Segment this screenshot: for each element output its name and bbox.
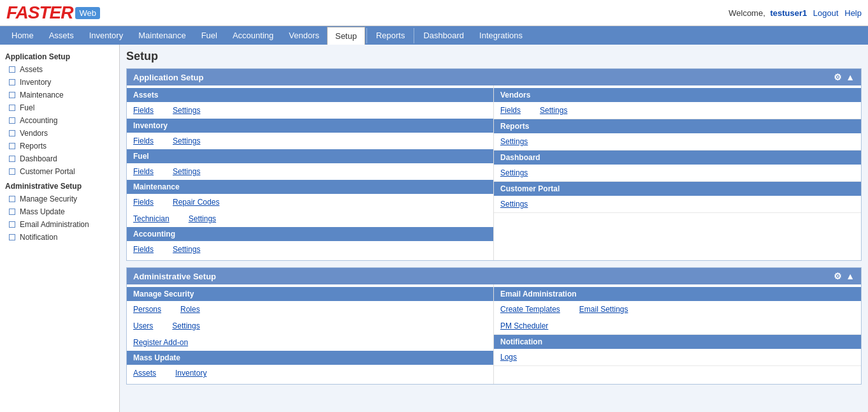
administrative-setup-content: Manage Security Persons Roles Users Sett… [127, 284, 861, 384]
vendors-settings-link[interactable]: Settings [540, 105, 567, 116]
mass-update-subsection: Mass Update Assets Inventory [127, 351, 493, 381]
accounting-fields-link[interactable]: Fields [133, 244, 154, 255]
reports-settings-link[interactable]: Settings [500, 136, 528, 147]
fuel-subsection: Fuel Fields Settings [127, 149, 493, 180]
sidebar-dashboard-label: Dashboard [20, 154, 57, 163]
fuel-settings-link[interactable]: Settings [173, 166, 200, 177]
notification-subsection-title: Notification [494, 335, 861, 349]
vendors-fields-link[interactable]: Fields [500, 105, 521, 116]
collapse-icon[interactable]: ▲ [846, 72, 855, 82]
inventory-links: Fields Settings [127, 133, 493, 149]
customer-portal-links: Settings [494, 196, 861, 212]
vendors-links: Fields Settings [494, 102, 861, 119]
sidebar-customer-portal-icon [9, 168, 17, 175]
mass-update-assets-link[interactable]: Assets [133, 367, 156, 379]
maintenance-repair-codes-link[interactable]: Repair Codes [173, 196, 219, 208]
maintenance-settings-link[interactable]: Settings [189, 213, 216, 224]
admin-setup-grid: Manage Security Persons Roles Users Sett… [127, 284, 861, 384]
administrative-setup-title: Administrative Setup [133, 272, 216, 281]
fuel-fields-link[interactable]: Fields [133, 166, 154, 177]
email-admin-create-templates-link[interactable]: Create Templates [500, 304, 560, 315]
assets-fields-link[interactable]: Fields [133, 105, 154, 116]
sidebar-manage-security-icon [9, 195, 17, 203]
sidebar-app-setup-title: Application Setup [0, 48, 119, 63]
main-nav: Home Assets Inventory Maintenance Fuel A… [0, 26, 868, 45]
sidebar-notification-label: Notification [20, 233, 57, 242]
sidebar-inventory-icon [9, 78, 17, 86]
help-link[interactable]: Help [844, 8, 862, 18]
admin-gear-icon[interactable]: ⚙ [834, 271, 842, 281]
assets-links: Fields Settings [127, 102, 493, 119]
sidebar-fuel-icon [9, 104, 17, 112]
application-setup-header: Application Setup ⚙ ▲ [127, 69, 861, 85]
nav-inventory[interactable]: Inventory [82, 26, 131, 45]
nav-assets[interactable]: Assets [41, 26, 82, 45]
username-label: testuser1 [770, 8, 807, 18]
dashboard-settings-link[interactable]: Settings [500, 167, 528, 179]
manage-security-roles-link[interactable]: Roles [180, 304, 200, 315]
sidebar-item-fuel[interactable]: Fuel [0, 101, 119, 114]
sidebar-item-reports[interactable]: Reports [0, 140, 119, 152]
sidebar-item-email-admin[interactable]: Email Administration [0, 218, 119, 231]
logout-link[interactable]: Logout [813, 8, 839, 18]
sidebar-item-manage-security[interactable]: Manage Security [0, 193, 119, 205]
inventory-subsection: Inventory Fields Settings [127, 119, 493, 149]
logo-web-text: Web [75, 7, 100, 19]
sidebar-item-customer-portal[interactable]: Customer Portal [0, 165, 119, 178]
sidebar-inventory-label: Inventory [20, 78, 51, 87]
logo-faster-text: FASTER [6, 3, 73, 23]
email-admin-subsection: Email Administration Create Templates Em… [494, 287, 861, 335]
sidebar: Application Setup Assets Inventory Maint… [0, 45, 120, 412]
section-header-icons: ⚙ ▲ [834, 72, 855, 82]
gear-icon[interactable]: ⚙ [834, 72, 842, 82]
accounting-settings-link[interactable]: Settings [173, 244, 200, 255]
maintenance-technician-link[interactable]: Technician [133, 213, 170, 224]
admin-setup-right-col: Email Administration Create Templates Em… [494, 284, 861, 384]
sidebar-item-maintenance[interactable]: Maintenance [0, 89, 119, 101]
nav-reports[interactable]: Reports [368, 26, 413, 45]
assets-settings-link[interactable]: Settings [173, 105, 200, 116]
mass-update-inventory-link[interactable]: Inventory [175, 367, 206, 379]
nav-fuel[interactable]: Fuel [194, 26, 225, 45]
email-admin-email-settings-link[interactable]: Email Settings [579, 304, 628, 315]
vendors-subsection: Vendors Fields Settings [494, 88, 861, 119]
nav-home[interactable]: Home [4, 26, 41, 45]
sidebar-email-admin-icon [9, 221, 17, 228]
manage-security-users-link[interactable]: Users [133, 320, 153, 332]
nav-setup[interactable]: Setup [327, 27, 365, 45]
administrative-setup-card: Administrative Setup ⚙ ▲ Manage Security… [126, 267, 862, 385]
nav-maintenance[interactable]: Maintenance [131, 26, 193, 45]
nav-integrations[interactable]: Integrations [472, 26, 530, 45]
nav-accounting[interactable]: Accounting [225, 26, 281, 45]
sidebar-item-dashboard[interactable]: Dashboard [0, 152, 119, 165]
sidebar-item-notification[interactable]: Notification [0, 231, 119, 244]
admin-collapse-icon[interactable]: ▲ [846, 271, 855, 281]
manage-security-register-link[interactable]: Register Add-on [133, 337, 188, 348]
welcome-label: Welcome, [728, 8, 765, 18]
sidebar-accounting-icon [9, 117, 17, 124]
reports-subsection-title: Reports [494, 119, 861, 133]
sidebar-item-mass-update[interactable]: Mass Update [0, 205, 119, 218]
page-title: Setup [126, 50, 862, 63]
sidebar-item-vendors[interactable]: Vendors [0, 127, 119, 140]
inventory-fields-link[interactable]: Fields [133, 135, 154, 147]
sidebar-admin-setup-title: Administrative Setup [0, 178, 119, 193]
notification-logs-link[interactable]: Logs [500, 351, 517, 363]
email-admin-pm-scheduler-link[interactable]: PM Scheduler [500, 320, 548, 332]
maintenance-fields-link[interactable]: Fields [133, 196, 154, 208]
customer-portal-settings-link[interactable]: Settings [500, 198, 528, 210]
sidebar-item-assets[interactable]: Assets [0, 63, 119, 76]
assets-subsection-title: Assets [127, 88, 493, 102]
manage-security-settings-link[interactable]: Settings [172, 320, 199, 332]
accounting-subsection: Accounting Fields Settings [127, 227, 493, 258]
nav-vendors[interactable]: Vendors [281, 26, 327, 45]
sidebar-item-inventory[interactable]: Inventory [0, 76, 119, 89]
sidebar-manage-security-label: Manage Security [20, 195, 77, 203]
inventory-settings-link[interactable]: Settings [173, 135, 200, 147]
manage-security-links3: Register Add-on [127, 334, 493, 351]
sidebar-dashboard-icon [9, 155, 17, 163]
manage-security-persons-link[interactable]: Persons [133, 304, 161, 315]
mass-update-links: Assets Inventory [127, 365, 493, 381]
sidebar-item-accounting[interactable]: Accounting [0, 114, 119, 127]
nav-dashboard[interactable]: Dashboard [416, 26, 472, 45]
